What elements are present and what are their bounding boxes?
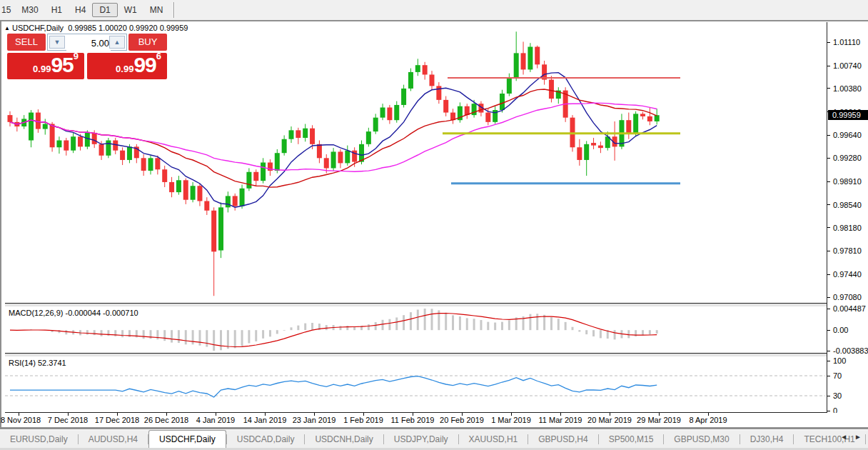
date-axis: 28 Nov 20187 Dec 201817 Dec 201826 Dec 2… bbox=[5, 413, 868, 427]
chart-tab-usdcnh-daily[interactable]: USDCNH,Daily bbox=[305, 431, 383, 449]
timeframe-button-h1[interactable]: H1 bbox=[45, 4, 69, 16]
price-axis: 1.011101.007401.003801.000100.996400.992… bbox=[827, 22, 868, 413]
current-price-tag: 0.99959 bbox=[828, 110, 868, 120]
volume-increase-icon[interactable]: ▲ bbox=[109, 36, 125, 49]
date-tick-label: 4 Jan 2019 bbox=[196, 416, 235, 424]
price-tick-label: 0.98540 bbox=[833, 201, 862, 209]
chart-tab-audusd-h4[interactable]: AUDUSD,H4 bbox=[79, 431, 148, 449]
chart-tab-xauusd-h1[interactable]: XAUUSD,H1 bbox=[459, 431, 528, 449]
collapse-panel-icon[interactable]: ▲ bbox=[4, 25, 10, 31]
price-tick-dash bbox=[827, 297, 830, 298]
rsi-tick-label: 100 bbox=[833, 356, 846, 365]
date-tick-label: 28 Nov 2018 bbox=[0, 416, 41, 424]
price-tick-label: 0.99280 bbox=[833, 154, 862, 162]
timeframe-button-mn[interactable]: MN bbox=[143, 4, 170, 16]
price-tick-label: 0.99640 bbox=[833, 131, 862, 139]
date-tick-label: 1 Mar 2019 bbox=[491, 416, 531, 424]
chart-ohlc-values: 0.99985 1.00020 0.99920 0.99959 bbox=[68, 24, 188, 32]
timeframe-button-h4[interactable]: H4 bbox=[69, 4, 92, 16]
macd-tick-label: -0.003883 bbox=[833, 346, 868, 355]
rsi-tick-label: 30 bbox=[833, 391, 842, 400]
macd-indicator-pane: MACD(12,26,9) -0.000044 -0.000710 bbox=[5, 306, 827, 354]
sell-price-point: 9 bbox=[74, 51, 79, 61]
buy-price-pips: 99 bbox=[133, 53, 156, 76]
date-tick-label: 29 Mar 2019 bbox=[637, 416, 681, 424]
macd-tick-dash bbox=[827, 351, 830, 351]
rsi-line bbox=[10, 376, 657, 397]
chart-tab-eurusd-daily[interactable]: EURUSD,Daily bbox=[0, 431, 78, 449]
buy-button[interactable]: BUY bbox=[128, 34, 167, 51]
chart-tab-usdchf-daily[interactable]: USDCHF,Daily bbox=[148, 430, 226, 449]
chart-tab-usdjpy-daily[interactable]: USDJPY,Daily bbox=[384, 431, 458, 449]
date-tick-label: 17 Dec 2018 bbox=[95, 416, 139, 424]
chart-tab-sp500-m15[interactable]: SP500,M15 bbox=[599, 431, 664, 449]
price-tick-dash bbox=[827, 135, 830, 136]
volume-stepper: ▼ ▲ bbox=[47, 34, 127, 51]
timeframe-button-m30[interactable]: M30 bbox=[15, 4, 44, 16]
timeframe-button-w1[interactable]: W1 bbox=[118, 4, 143, 16]
moving-average-mid bbox=[10, 89, 657, 187]
volume-input[interactable] bbox=[66, 35, 111, 51]
rsi-plot bbox=[5, 356, 827, 412]
timeframe-button-d1[interactable]: D1 bbox=[92, 3, 117, 17]
chart-tab-dj30-h4[interactable]: DJ30,H4 bbox=[740, 431, 794, 449]
rsi-tick-dash bbox=[827, 361, 830, 361]
rsi-indicator-pane: RSI(14) 52.3741 bbox=[5, 356, 827, 413]
chart-tab-usdcad-daily[interactable]: USDCAD,Daily bbox=[227, 431, 305, 449]
toolbar-separator bbox=[173, 2, 174, 18]
date-tick-label: 7 Dec 2018 bbox=[48, 416, 88, 424]
price-tick-dash bbox=[827, 274, 830, 275]
buy-price-point: 6 bbox=[156, 51, 161, 61]
chart-tab-gbpusd-m30[interactable]: GBPUSD,M30 bbox=[664, 431, 739, 449]
price-tick-label: 0.97810 bbox=[833, 246, 862, 255]
price-tick-label: 1.00380 bbox=[833, 84, 862, 93]
date-tick-label: 11 Feb 2019 bbox=[391, 416, 435, 424]
price-tick-dash bbox=[827, 181, 830, 182]
timeframe-button-15[interactable]: 15 bbox=[0, 4, 15, 16]
buy-price-base: 0.99 bbox=[116, 64, 133, 74]
price-tick-dash bbox=[827, 66, 830, 66]
timeframe-toolbar: 15M30H1H4D1W1MN bbox=[0, 0, 868, 21]
price-tick-label: 0.98180 bbox=[833, 224, 862, 232]
price-tick-dash bbox=[827, 227, 830, 228]
buy-price-button[interactable]: 0.99996 bbox=[87, 53, 167, 79]
price-tick-dash bbox=[827, 88, 830, 89]
price-tick-label: 1.00740 bbox=[833, 61, 862, 70]
price-tick-label: 0.98910 bbox=[833, 177, 862, 186]
rsi-tick-label: 70 bbox=[833, 371, 842, 380]
date-tick-label: 23 Jan 2019 bbox=[293, 416, 336, 424]
date-tick-label: 1 Feb 2019 bbox=[343, 416, 383, 424]
sell-price-pips: 95 bbox=[51, 53, 73, 76]
date-tick-label: 8 Apr 2019 bbox=[689, 416, 727, 424]
date-tick-label: 11 Mar 2019 bbox=[539, 416, 582, 424]
rsi-tick-dash bbox=[827, 376, 830, 376]
sell-price-base: 0.99 bbox=[33, 64, 51, 74]
macd-tick-dash bbox=[827, 309, 830, 309]
chart-title: USDCHF,Daily 0.99985 1.00020 0.99920 0.9… bbox=[12, 24, 188, 32]
chart-tab-gbpusd-h4[interactable]: GBPUSD,H4 bbox=[528, 431, 597, 449]
sell-button[interactable]: SELL bbox=[7, 34, 46, 51]
date-tick-label: 14 Jan 2019 bbox=[243, 416, 287, 424]
tab-scroll-buttons: ◄► bbox=[837, 433, 865, 441]
volume-decrease-icon[interactable]: ▼ bbox=[49, 36, 65, 49]
chart-tab-bar: EURUSD,DailyAUDUSD,H4USDCHF,DailyUSDCAD,… bbox=[0, 429, 868, 449]
macd-tick-label: 0.004487 bbox=[833, 304, 866, 313]
macd-label: MACD(12,26,9) -0.000044 -0.000710 bbox=[9, 309, 138, 317]
price-tick-dash bbox=[827, 42, 830, 43]
price-tick-label: 1.01110 bbox=[833, 38, 860, 46]
tab-scroll-left-icon[interactable]: ◄ bbox=[837, 433, 851, 441]
chart-symbol-label: USDCHF,Daily bbox=[12, 24, 64, 32]
tab-scroll-right-icon[interactable]: ► bbox=[851, 433, 865, 441]
rsi-tick-dash bbox=[827, 396, 830, 396]
price-tick-label: 0.97080 bbox=[833, 293, 862, 301]
rsi-tick-dash bbox=[827, 411, 830, 411]
date-tick-label: 20 Feb 2019 bbox=[440, 416, 484, 424]
macd-tick-dash bbox=[827, 330, 830, 331]
sell-price-button[interactable]: 0.99959 bbox=[7, 53, 84, 79]
price-tick-label: 0.97440 bbox=[833, 270, 862, 279]
date-tick-label: 20 Mar 2019 bbox=[587, 416, 632, 424]
price-tick-dash bbox=[827, 204, 830, 205]
macd-tick-label: 0.00 bbox=[833, 326, 848, 334]
rsi-label: RSI(14) 52.3741 bbox=[9, 359, 66, 367]
date-tick-label: 26 Dec 2018 bbox=[144, 416, 188, 424]
